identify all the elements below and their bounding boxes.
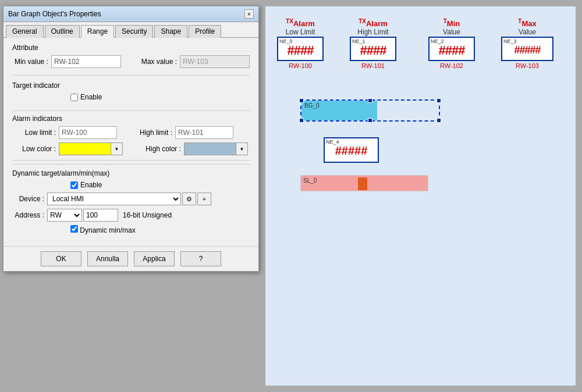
alarm-low-limit-display: TXAlarm Low Limit NE_0 #### RW-100 [277, 18, 324, 69]
high-color-swatch[interactable] [184, 142, 236, 155]
alarm3-title: TMin Value [443, 18, 460, 37]
tab-shape[interactable]: Shape [154, 25, 187, 38]
min-label: Min value : [12, 58, 48, 66]
target-enable-checkbox[interactable] [70, 94, 78, 101]
tab-outline[interactable]: Outline [45, 25, 80, 38]
device-row: Device : Local HMI ⚙ + [12, 193, 250, 205]
alarm4-hash: ##### [503, 44, 552, 56]
attribute-label: Attribute [12, 44, 250, 52]
device-settings-button[interactable]: ⚙ [182, 193, 196, 205]
alarm4-box: NE_3 ##### [501, 37, 553, 61]
alarm4-title: TMax Value [518, 18, 536, 37]
high-color-dropdown-icon[interactable]: ▼ [236, 142, 248, 155]
dynamic-enable-row: Enable [70, 181, 250, 189]
max-value-display: TMax Value NE_3 ##### RW-103 [501, 18, 553, 69]
target-enable-row: Enable [70, 93, 250, 101]
handle-br [436, 118, 441, 123]
max-value-input[interactable] [180, 55, 250, 68]
bg-id-label: BG_0 [304, 102, 320, 109]
handle-tm [368, 98, 372, 103]
attribute-section: Attribute Min value : Max value : [12, 44, 250, 68]
alarm4-ne-label: NE_3 [503, 38, 517, 44]
high-limit-group: High limit : [134, 126, 233, 139]
dialog-title: Bar Graph Object's Properties [8, 10, 101, 18]
min-value-row: Min value : Max value : [12, 55, 250, 68]
alarm2-ne-label: NE_1 [352, 38, 365, 44]
alarm-section: Alarm indicators Low limit : High limit … [12, 115, 250, 155]
low-limit-input[interactable] [59, 126, 117, 139]
dynmin-row: Dynamic min/max [70, 225, 250, 234]
limit-row: Low limit : High limit : [12, 126, 250, 139]
tab-profile[interactable]: Profile [189, 25, 221, 38]
alarm2-rw: RW-101 [361, 62, 385, 69]
tab-range[interactable]: Range [81, 25, 114, 38]
dynamic-label: Dynamic target/alarm/min(max) [12, 169, 250, 177]
target-label: Target indicator [12, 81, 250, 90]
address-type-select[interactable]: RW [47, 209, 82, 222]
alarm1-hash: #### [279, 43, 322, 58]
alarm3-hash: #### [430, 43, 473, 58]
cancel-button[interactable]: Annulla [87, 251, 128, 266]
high-limit-label: High limit : [134, 129, 172, 137]
bar-graph-box: BG_0 [300, 99, 440, 122]
dialog-titlebar: Bar Graph Object's Properties × [3, 6, 258, 22]
alarm2-hash: #### [352, 43, 395, 58]
high-color-label: High color : [140, 145, 181, 153]
alarm2-box: NE_1 #### [350, 37, 396, 61]
alarm3-box: NE_2 #### [428, 37, 475, 61]
device-label: Device : [12, 195, 44, 203]
dialog-content: Attribute Min value : Max value : Target… [3, 38, 258, 240]
ok-button[interactable]: OK [41, 251, 81, 266]
handle-bm [368, 118, 372, 123]
high-limit-input[interactable] [175, 126, 233, 139]
tab-bar: General Outline Range Security Shape Pro… [3, 22, 258, 38]
slider-id-label: SL_0 [303, 177, 317, 184]
alarm1-rw: RW-100 [289, 62, 312, 69]
min-value-display: TMin Value NE_2 #### RW-102 [428, 18, 475, 69]
device-add-button[interactable]: + [197, 193, 211, 205]
alarm-high-limit-display: TXAlarm High Limit NE_1 #### RW-101 [350, 18, 396, 69]
numeric-hash: ##### [325, 144, 378, 158]
help-button[interactable]: ? [180, 251, 221, 266]
numeric-ne-label: NE_4 [326, 139, 339, 145]
alarm3-rw: RW-102 [440, 62, 463, 69]
alarm1-ne-label: NE_0 [279, 38, 293, 44]
slider-element: SL_0 [300, 175, 428, 191]
alarm2-title: TXAlarm High Limit [357, 18, 388, 37]
alarm3-ne-label: NE_2 [431, 38, 444, 44]
device-select[interactable]: Local HMI [47, 193, 181, 205]
low-color-dropdown-icon[interactable]: ▼ [111, 142, 123, 155]
low-limit-label: Low limit : [12, 129, 56, 137]
alarm4-rw: RW-103 [516, 62, 539, 69]
tab-security[interactable]: Security [115, 25, 153, 38]
slider-thumb[interactable] [358, 177, 367, 190]
address-row: Address : RW 16-bit Unsigned [12, 209, 250, 222]
max-label: Max value : [139, 58, 177, 66]
address-datatype-label: 16-bit Unsigned [123, 211, 172, 219]
address-label: Address : [12, 211, 44, 219]
preview-area: TXAlarm Low Limit NE_0 #### RW-100 TXAla… [265, 6, 576, 386]
close-button[interactable]: × [244, 9, 254, 19]
address-value-input[interactable] [83, 209, 118, 222]
numeric-display: NE_4 ##### [324, 137, 379, 163]
dynmin-checkbox[interactable] [70, 225, 78, 233]
high-color-group: High color : ▼ [140, 142, 248, 155]
low-color-label: Low color : [12, 145, 56, 153]
alarm1-box: NE_0 #### [277, 37, 324, 61]
numeric-box: NE_4 ##### [324, 137, 379, 163]
properties-dialog: Bar Graph Object's Properties × General … [3, 6, 259, 272]
slider-track: SL_0 [300, 175, 428, 191]
alarm1-title: TXAlarm Low Limit [286, 18, 315, 37]
min-value-input[interactable] [51, 55, 121, 68]
target-enable-label: Enable [80, 93, 102, 101]
handle-tr [436, 98, 441, 103]
dynmin-label: Dynamic min/max [80, 226, 135, 234]
low-color-swatch[interactable] [59, 142, 111, 155]
dialog-buttons: OK Annulla Applica ? [3, 246, 258, 271]
color-row: Low color : ▼ High color : ▼ [12, 142, 250, 155]
tab-general[interactable]: General [6, 25, 44, 38]
dynamic-enable-checkbox[interactable] [70, 181, 78, 189]
apply-button[interactable]: Applica [134, 251, 175, 266]
handle-bl [299, 118, 304, 123]
handle-tl [299, 98, 304, 103]
